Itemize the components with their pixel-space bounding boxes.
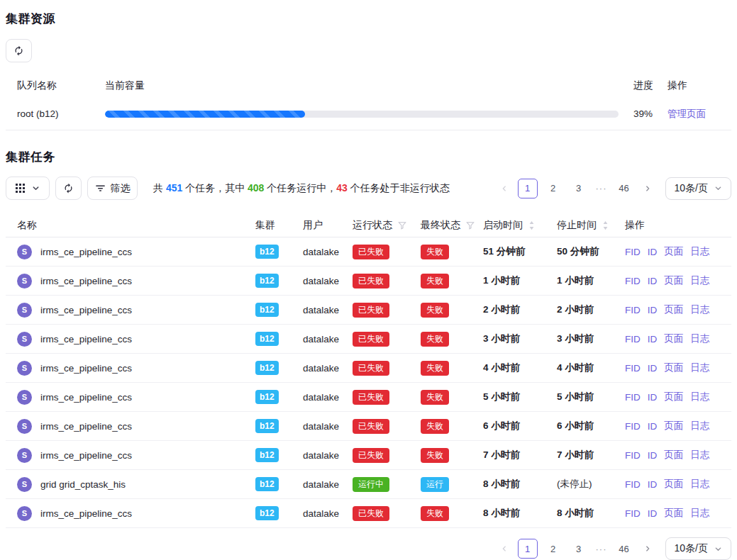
task-name: irms_ce_pipeline_ccs: [40, 305, 132, 315]
tasks-table-body: Sirms_ce_pipeline_ccsb12datalake已失败失败51 …: [6, 237, 731, 528]
sort-icon[interactable]: [602, 220, 609, 230]
pagination-page-2[interactable]: 2: [543, 179, 563, 198]
action-page[interactable]: 页面: [664, 274, 683, 287]
action-log[interactable]: 日志: [690, 245, 709, 258]
action-fid[interactable]: FID: [625, 363, 641, 374]
action-id[interactable]: ID: [648, 247, 658, 257]
action-id[interactable]: ID: [648, 305, 658, 315]
pagination-page-1[interactable]: 1: [518, 179, 538, 198]
action-page[interactable]: 页面: [664, 245, 683, 258]
action-fid[interactable]: FID: [625, 334, 641, 345]
pagination-next[interactable]: [640, 179, 655, 198]
action-fid[interactable]: FID: [625, 305, 641, 315]
filter-button-label: 筛选: [111, 182, 131, 195]
action-log[interactable]: 日志: [690, 420, 709, 432]
filter-button[interactable]: 筛选: [87, 177, 138, 200]
pagination-prev[interactable]: [497, 539, 512, 559]
run-status-tag: 已失败: [353, 361, 389, 376]
task-row: Sirms_ce_pipeline_ccsb12datalake已失败失败3 小…: [6, 325, 731, 354]
manage-page-link[interactable]: 管理页面: [667, 108, 706, 121]
task-avatar: S: [17, 419, 32, 434]
pagination-ellipsis[interactable]: ···: [594, 183, 609, 194]
action-id[interactable]: ID: [648, 508, 658, 519]
action-fid[interactable]: FID: [625, 479, 641, 490]
action-page[interactable]: 页面: [664, 303, 683, 316]
sort-icon[interactable]: [528, 220, 535, 230]
page-size-select[interactable]: 10条/页: [665, 177, 731, 200]
action-fid[interactable]: FID: [625, 247, 641, 257]
action-log[interactable]: 日志: [690, 332, 709, 345]
action-log[interactable]: 日志: [690, 449, 709, 461]
action-log[interactable]: 日志: [690, 274, 709, 287]
action-log[interactable]: 日志: [690, 303, 709, 316]
task-name: irms_ce_pipeline_ccs: [40, 450, 132, 461]
pagination-page-3[interactable]: 3: [569, 179, 589, 198]
task-avatar: S: [17, 274, 32, 289]
task-row: Sirms_ce_pipeline_ccsb12datalake已失败失败8 小…: [6, 499, 731, 528]
task-name-cell: Sirms_ce_pipeline_ccs: [6, 506, 244, 521]
action-log[interactable]: 日志: [690, 507, 709, 520]
task-row: Sirms_ce_pipeline_ccsb12datalake已失败失败51 …: [6, 237, 731, 267]
action-fid[interactable]: FID: [625, 508, 641, 519]
action-page[interactable]: 页面: [664, 391, 683, 403]
action-page[interactable]: 页面: [664, 362, 683, 374]
action-page[interactable]: 页面: [664, 507, 683, 520]
pagination-prev[interactable]: [497, 179, 512, 198]
action-page[interactable]: 页面: [664, 420, 683, 432]
pagination-page-3[interactable]: 3: [569, 539, 589, 559]
final-status-tag: 失败: [421, 274, 449, 289]
action-page[interactable]: 页面: [664, 332, 683, 345]
action-fid[interactable]: FID: [625, 421, 641, 432]
run-status-tag: 已失败: [353, 448, 389, 463]
resources-refresh-button[interactable]: [6, 39, 32, 62]
action-log[interactable]: 日志: [690, 362, 709, 374]
pagination-page-46[interactable]: 46: [614, 179, 634, 198]
tasks-summary: 共 451 个任务，其中 408 个任务运行中，43 个任务处于非运行状态: [153, 182, 450, 195]
cluster-badge: b12: [255, 477, 279, 491]
action-id[interactable]: ID: [648, 276, 658, 286]
tasks-table-header: 名称 集群 用户 运行状态 最终状态 启动时间 停止时间 操作: [6, 214, 731, 237]
progress-value: 39%: [622, 108, 656, 119]
action-log[interactable]: 日志: [690, 478, 709, 491]
action-fid[interactable]: FID: [625, 392, 641, 403]
task-name-cell: Sirms_ce_pipeline_ccs: [6, 303, 244, 318]
action-fid[interactable]: FID: [625, 450, 641, 461]
action-id[interactable]: ID: [648, 479, 658, 490]
queue-name: root (b12): [6, 108, 94, 119]
pagination-next[interactable]: [640, 539, 655, 559]
page-size-select[interactable]: 10条/页: [665, 537, 731, 560]
cluster-badge: b12: [255, 245, 279, 259]
filter-funnel-icon[interactable]: [398, 221, 406, 230]
page: 集群资源 队列名称 当前容量 进度 操作 root (b12) 39% 管理页面…: [0, 0, 737, 560]
tasks-refresh-button[interactable]: [55, 177, 82, 200]
resources-table: 队列名称 当前容量 进度 操作 root (b12) 39% 管理页面: [6, 74, 731, 130]
pagination-page-46[interactable]: 46: [614, 539, 634, 559]
action-id[interactable]: ID: [648, 450, 658, 461]
cluster-badge: b12: [255, 448, 279, 462]
task-row: Sirms_ce_pipeline_ccsb12datalake已失败失败1 小…: [6, 267, 731, 296]
pagination-page-1[interactable]: 1: [518, 539, 538, 559]
pagination-page-2[interactable]: 2: [543, 539, 563, 559]
task-user: datalake: [292, 508, 341, 519]
action-log[interactable]: 日志: [690, 391, 709, 403]
task-avatar: S: [17, 245, 32, 259]
action-id[interactable]: ID: [648, 392, 658, 403]
tasks-title: 集群任务: [6, 149, 731, 165]
run-status-tag: 已失败: [353, 332, 389, 347]
task-row: Sirms_ce_pipeline_ccsb12datalake已失败失败5 小…: [6, 383, 731, 412]
progress-fill: [105, 111, 305, 118]
pagination-ellipsis[interactable]: ···: [594, 544, 609, 554]
action-page[interactable]: 页面: [664, 478, 683, 491]
action-id[interactable]: ID: [648, 421, 658, 432]
task-avatar: S: [17, 506, 32, 521]
layout-menu-button[interactable]: [6, 177, 50, 200]
action-fid[interactable]: FID: [625, 276, 641, 286]
action-id[interactable]: ID: [648, 334, 658, 345]
task-name: irms_ce_pipeline_ccs: [40, 392, 132, 403]
action-id[interactable]: ID: [648, 363, 658, 374]
grid-icon: [16, 184, 25, 193]
action-page[interactable]: 页面: [664, 449, 683, 461]
stop-time: 4 小时前: [557, 362, 594, 374]
start-time: 5 小时前: [483, 391, 520, 403]
col-run-status: 运行状态: [341, 219, 409, 232]
